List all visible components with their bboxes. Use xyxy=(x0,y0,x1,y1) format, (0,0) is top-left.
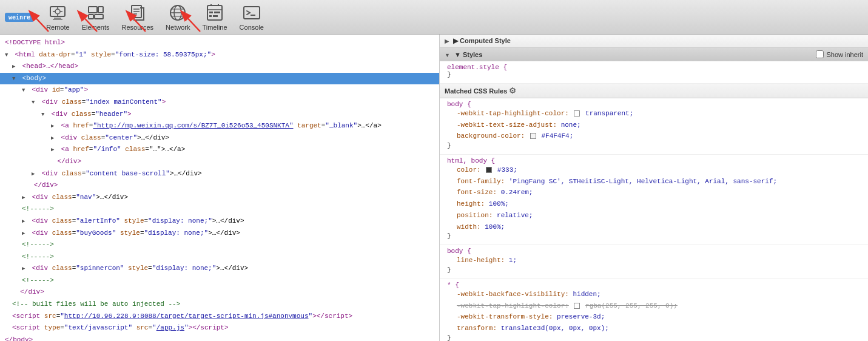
computed-style-header[interactable]: ▶ ▶ Computed Style xyxy=(440,35,868,48)
toolbar-remote-label: Remote xyxy=(46,24,70,31)
weinre-badge: weinre xyxy=(5,13,34,22)
svg-rect-27 xyxy=(209,15,212,17)
computed-style-label: ▶ Computed Style xyxy=(453,37,511,44)
toolbar-elements-label: Elements xyxy=(82,24,110,31)
toolbar-item-network[interactable]: Network xyxy=(161,1,195,33)
dom-line-content-scroll[interactable]: ▶ <div class="content base-scroll">…</di… xyxy=(0,168,439,180)
expand-triangle[interactable]: ▼ xyxy=(12,75,18,83)
dom-line-comment2[interactable]: <!-----> xyxy=(0,239,439,251)
expand-triangle[interactable]: ▶ xyxy=(51,146,57,154)
color-swatch-f4f4f4 xyxy=(530,133,536,139)
svg-rect-29 xyxy=(244,7,260,19)
css-selector-element-style: element.style { xyxy=(447,64,861,71)
css-prop-width: width: 100%; xyxy=(447,221,861,233)
show-inherit-container[interactable]: Show inherit xyxy=(816,50,863,58)
css-block-body-2: body { line-height: 1; } xyxy=(440,245,868,279)
expand-triangle[interactable]: ▶ xyxy=(12,62,18,71)
dom-line-header[interactable]: ▼ <div class="header"> xyxy=(0,109,439,121)
dom-line-a-weixin[interactable]: ▶ <a href="http://mp.weixin.qq.com/s/BZ7… xyxy=(0,120,439,132)
dom-line-doctype[interactable]: <!DOCTYPE html> xyxy=(0,37,439,49)
dom-line-head[interactable]: ▶ <head>…</head> xyxy=(0,61,439,73)
toolbar-resources-label: Resources xyxy=(122,24,154,31)
css-selector-body2: body { xyxy=(447,248,861,255)
timeline-icon xyxy=(205,3,224,22)
css-block-body-1: body { -webkit-tap-highlight-color: tran… xyxy=(440,98,868,155)
dom-line-index-main[interactable]: ▼ <div class="index mainContent"> xyxy=(0,96,439,109)
css-selector-html-body: html, body { xyxy=(447,157,861,164)
toolbar-item-remote[interactable]: Remote xyxy=(41,1,75,33)
dom-line-a-info[interactable]: ▶ <a href="/info" class="…">…</a> xyxy=(0,144,439,156)
dom-line-center[interactable]: ▶ <div class="center">…</div> xyxy=(0,132,439,144)
dom-line-nav[interactable]: ▶ <div class="nav">…</div> xyxy=(0,192,439,204)
computed-style-triangle: ▶ xyxy=(445,38,449,44)
css-prop-color: color: #333; xyxy=(447,164,861,176)
css-close-star: } xyxy=(447,334,861,341)
expand-triangle[interactable]: ▼ xyxy=(5,51,11,59)
css-prop-tap-highlight: -webkit-tap-highlight-color: transparent… xyxy=(447,108,861,120)
toolbar-item-timeline[interactable]: Timeline xyxy=(197,1,232,33)
expand-triangle[interactable]: ▼ xyxy=(22,86,28,95)
svg-rect-25 xyxy=(209,12,213,13)
matched-css-label: Matched CSS Rules xyxy=(445,87,507,95)
toolbar-item-elements[interactable]: Elements xyxy=(77,1,115,33)
dom-line-close-div2[interactable]: </div> xyxy=(0,286,439,299)
toolbar-item-resources[interactable]: Resources xyxy=(117,1,159,33)
toolbar-item-console[interactable]: Console xyxy=(235,1,269,33)
show-inherit-checkbox[interactable] xyxy=(816,50,824,58)
toolbar-console-label: Console xyxy=(240,24,264,31)
svg-rect-8 xyxy=(89,7,97,13)
styles-label: ▼ Styles xyxy=(454,51,482,58)
css-selector-body1: body { xyxy=(447,101,861,108)
expand-triangle[interactable]: ▼ xyxy=(41,110,47,119)
css-prop-height: height: 100%; xyxy=(447,198,861,210)
css-block-star: * { -webkit-backface-visibility: hidden;… xyxy=(440,279,868,341)
css-selector-star: * { xyxy=(447,282,861,289)
css-block-element-style: element.style { } xyxy=(440,61,868,84)
matched-css-header: Matched CSS Rules ⚙ xyxy=(440,84,868,98)
gear-icon[interactable]: ⚙ xyxy=(509,86,516,95)
css-prop-font-size: font-size: 0.24rem; xyxy=(447,187,861,198)
expand-triangle[interactable]: ▶ xyxy=(51,122,57,130)
css-close-element-style: } xyxy=(447,71,861,78)
dom-line-built-comment[interactable]: <!-- built files will be auto injected -… xyxy=(0,299,439,311)
dom-line-script-app[interactable]: <script type="text/javascript" src="/app… xyxy=(0,322,439,334)
expand-triangle[interactable]: ▶ xyxy=(32,170,38,178)
css-close-body1: } xyxy=(447,142,861,149)
dom-line-app[interactable]: ▼ <div id="app"> xyxy=(0,84,439,96)
expand-triangle[interactable]: ▶ xyxy=(22,265,28,273)
expand-triangle[interactable]: ▶ xyxy=(51,134,57,143)
dom-line-close-div1[interactable]: </div> xyxy=(0,180,439,192)
expand-triangle[interactable]: ▼ xyxy=(32,98,38,107)
css-prop-line-height: line-height: 1; xyxy=(447,255,861,266)
expand-triangle[interactable]: ▶ xyxy=(22,194,28,202)
css-close-html-body: } xyxy=(447,232,861,240)
elements-icon xyxy=(86,3,106,22)
expand-triangle[interactable]: ▶ xyxy=(22,229,28,238)
dom-line-spinnercon[interactable]: ▶ <div class="spinnerCon" style="display… xyxy=(0,263,439,275)
dom-line-close-header[interactable]: </div> xyxy=(0,156,439,168)
dom-panel[interactable]: <!DOCTYPE html> ▼ <html data-dpr="1" sty… xyxy=(0,35,440,341)
svg-rect-28 xyxy=(213,15,218,17)
dom-line-body[interactable]: ▼ <body> xyxy=(0,73,439,85)
network-icon xyxy=(168,3,187,22)
dom-line-alertinfo[interactable]: ▶ <div class="alertInfo" style="display:… xyxy=(0,215,439,228)
dom-line-comment1[interactable]: <!-----> xyxy=(0,203,439,215)
dom-line-close-body[interactable]: </body> xyxy=(0,334,439,341)
css-prop-backface: -webkit-backface-visibility: hidden; xyxy=(447,289,861,300)
console-icon xyxy=(242,3,261,22)
dom-line-script-target[interactable]: <script src="http://10.96.228.9:8088/tar… xyxy=(0,311,439,323)
css-prop-tap-highlight-star: -webkit-tap-highlight-color: rgba(255, 2… xyxy=(447,300,861,312)
css-prop-transform: transform: translate3d(0px, 0px, 0px); xyxy=(447,323,861,334)
color-swatch-rgba xyxy=(574,303,580,309)
remote-icon xyxy=(48,3,67,22)
dom-line-comment3[interactable]: <!-----> xyxy=(0,251,439,263)
dom-line-buygoods[interactable]: ▶ <div class="buyGoods" style="display: … xyxy=(0,228,439,240)
css-prop-bg-color: background-color: #F4F4F4; xyxy=(447,130,861,142)
expand-triangle[interactable]: ▶ xyxy=(22,217,28,226)
styles-triangle: ▼ xyxy=(445,52,450,58)
styles-header[interactable]: ▼ ▼ Styles Show inherit xyxy=(440,48,868,61)
dom-line-html[interactable]: ▼ <html data-dpr="1" style="font-size: 5… xyxy=(0,49,439,61)
dom-line-comment4[interactable]: <!-----> xyxy=(0,275,439,287)
css-prop-position: position: relative; xyxy=(447,210,861,221)
css-close-body2: } xyxy=(447,266,861,274)
